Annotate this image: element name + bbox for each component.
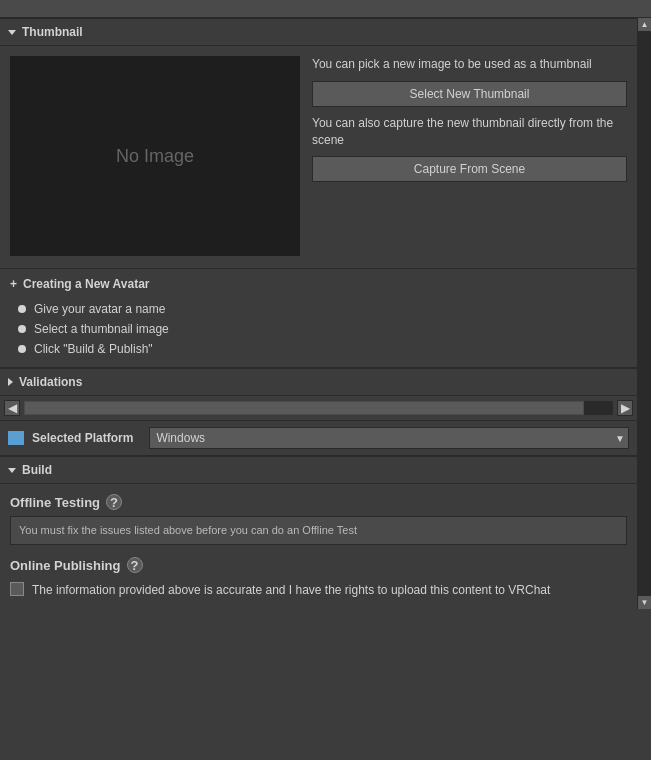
thumbnail-content: No Image You can pick a new image to be … (10, 56, 627, 256)
online-publishing-title: Online Publishing (10, 558, 121, 573)
top-bar (0, 0, 651, 18)
terms-checkbox[interactable] (10, 582, 24, 596)
terms-checkbox-label: The information provided above is accura… (32, 581, 550, 599)
bullet-1 (18, 305, 26, 313)
right-scroll-track[interactable] (638, 32, 652, 595)
offline-testing-title-row: Offline Testing ? (10, 494, 627, 510)
scroll-up-icon: ▲ (641, 20, 649, 29)
build-section-label: Build (22, 463, 52, 477)
thumbnail-collapse-icon (8, 30, 16, 35)
offline-testing-help-icon[interactable]: ? (106, 494, 122, 510)
bullet-3 (18, 345, 26, 353)
creating-section-label: Creating a New Avatar (23, 277, 150, 291)
offline-testing-info: You must fix the issues listed above bef… (10, 516, 627, 545)
online-publishing-checkbox-row: The information provided above is accura… (10, 581, 627, 599)
thumbnail-controls: You can pick a new image to be used as a… (312, 56, 627, 256)
online-publishing-title-row: Online Publishing ? (10, 557, 627, 573)
step-1-label: Give your avatar a name (34, 302, 165, 316)
creating-section: + Creating a New Avatar Give your avatar… (0, 269, 637, 368)
platform-select-wrap: Windows Android iOS ▼ (149, 427, 629, 449)
scroll-track[interactable] (24, 401, 613, 415)
build-collapse-icon (8, 468, 16, 473)
plus-icon: + (10, 277, 17, 291)
main-layout: Thumbnail No Image You can pick a new im… (0, 18, 651, 609)
validations-section-header[interactable]: Validations (0, 368, 637, 396)
step-1: Give your avatar a name (18, 299, 627, 319)
step-2: Select a thumbnail image (18, 319, 627, 339)
validations-collapse-icon (8, 378, 13, 386)
step-3-label: Click "Build & Publish" (34, 342, 153, 356)
validations-section-label: Validations (19, 375, 82, 389)
no-image-label: No Image (116, 146, 194, 167)
step-2-label: Select a thumbnail image (34, 322, 169, 336)
scroll-left-button[interactable]: ◀ (4, 400, 20, 416)
thumbnail-section-header[interactable]: Thumbnail (0, 18, 637, 46)
right-scrollbar: ▲ ▼ (637, 18, 651, 609)
platform-label: Selected Platform (32, 431, 133, 445)
offline-testing-title: Offline Testing (10, 495, 100, 510)
platform-select[interactable]: Windows Android iOS (149, 427, 629, 449)
scroll-right-button[interactable]: ▶ (617, 400, 633, 416)
horizontal-scrollbar[interactable]: ◀ ▶ (0, 396, 637, 421)
thumbnail-section-label: Thumbnail (22, 25, 83, 39)
scroll-thumb[interactable] (24, 401, 584, 415)
creating-header[interactable]: + Creating a New Avatar (10, 277, 627, 291)
platform-row: Selected Platform Windows Android iOS ▼ (0, 421, 637, 456)
thumbnail-capture-desc: You can also capture the new thumbnail d… (312, 115, 627, 149)
select-new-thumbnail-button[interactable]: Select New Thumbnail (312, 81, 627, 107)
build-content: Offline Testing ? You must fix the issue… (0, 484, 637, 609)
step-3: Click "Build & Publish" (18, 339, 627, 359)
capture-from-scene-button[interactable]: Capture From Scene (312, 156, 627, 182)
steps-list: Give your avatar a name Select a thumbna… (10, 299, 627, 359)
scroll-left-icon: ◀ (8, 401, 17, 415)
thumbnail-pick-desc: You can pick a new image to be used as a… (312, 56, 627, 73)
online-publishing-help-icon[interactable]: ? (127, 557, 143, 573)
scroll-right-icon: ▶ (621, 401, 630, 415)
thumbnail-image-box: No Image (10, 56, 300, 256)
thumbnail-section: No Image You can pick a new image to be … (0, 46, 637, 269)
build-section-header[interactable]: Build (0, 456, 637, 484)
scroll-down-icon: ▼ (641, 598, 649, 607)
scroll-down-button[interactable]: ▼ (638, 595, 652, 609)
bullet-2 (18, 325, 26, 333)
main-content: Thumbnail No Image You can pick a new im… (0, 18, 637, 609)
platform-icon (8, 431, 24, 445)
scroll-up-button[interactable]: ▲ (638, 18, 652, 32)
